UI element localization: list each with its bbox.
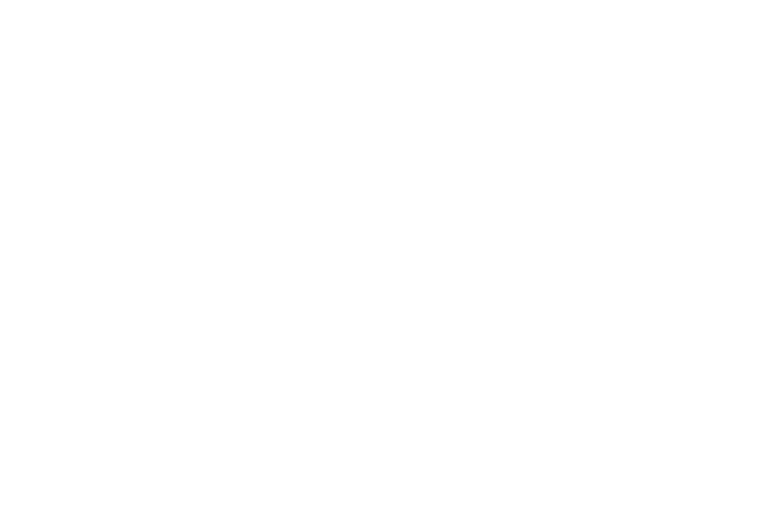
chart-window [0, 0, 774, 532]
technical-analysis-chart [0, 0, 774, 532]
